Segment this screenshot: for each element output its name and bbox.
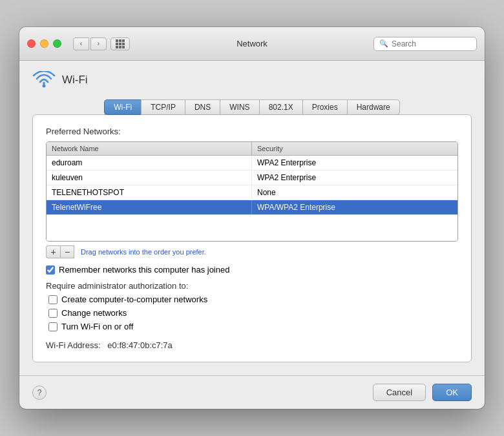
- network-name-telenetwifree: TelenetWiFree: [47, 200, 252, 214]
- empty-rows: [47, 215, 457, 241]
- add-network-button[interactable]: +: [46, 245, 60, 258]
- auth-label-2: Change networks: [61, 308, 127, 318]
- col-network-name: Network Name: [47, 142, 252, 155]
- wifi-address-value: e0:f8:47:0b:c7:7a: [107, 340, 172, 350]
- action-buttons: Cancel OK: [373, 384, 472, 401]
- tab-wins[interactable]: WINS: [220, 99, 258, 115]
- tabs-container: Wi-Fi TCP/IP DNS WINS 802.1X Proxies Har…: [32, 99, 472, 115]
- auth-label: Require administrator authorization to:: [46, 281, 458, 291]
- tabs: Wi-Fi TCP/IP DNS WINS 802.1X Proxies Har…: [104, 99, 399, 115]
- wifi-panel: Preferred Networks: Network Name Securit…: [32, 114, 472, 362]
- tab-tcpip[interactable]: TCP/IP: [141, 99, 185, 115]
- svg-point-0: [43, 85, 46, 88]
- maximize-button[interactable]: [53, 39, 61, 48]
- col-security: Security: [252, 142, 457, 155]
- window-title: Network: [236, 39, 268, 48]
- tab-8021x[interactable]: 802.1X: [259, 99, 302, 115]
- content-area: Wi-Fi Wi-Fi TCP/IP DNS WINS 802.1X Proxi…: [19, 61, 485, 375]
- wifi-address-label: Wi-Fi Address:: [46, 340, 101, 350]
- auth-checkbox-2[interactable]: [48, 309, 58, 318]
- security-telenethotspot: None: [252, 185, 457, 200]
- auth-checkbox-row-2[interactable]: Change networks: [48, 308, 458, 318]
- network-table: Network Name Security eduroam WPA2 Enter…: [46, 141, 458, 242]
- auth-checkbox-3[interactable]: [48, 322, 58, 331]
- tab-dns[interactable]: DNS: [185, 99, 220, 115]
- titlebar: ‹ › Network 🔍: [19, 27, 485, 61]
- help-button[interactable]: ?: [32, 386, 47, 400]
- table-actions: + − Drag networks into the order you pre…: [46, 245, 458, 258]
- wifi-address: Wi-Fi Address: e0:f8:47:0b:c7:7a: [46, 340, 458, 350]
- search-input[interactable]: [392, 39, 471, 48]
- table-row-selected[interactable]: TelenetWiFree WPA/WPA2 Enterprise: [47, 200, 457, 215]
- remember-checkbox-row[interactable]: Remember networks this computer has join…: [46, 265, 458, 275]
- remove-network-button[interactable]: −: [60, 245, 74, 258]
- network-name-telenethotspot: TELENETHOTSPOT: [47, 185, 252, 200]
- security-kuleuven: WPA2 Enterprise: [252, 171, 457, 185]
- remember-label: Remember networks this computer has join…: [59, 265, 229, 275]
- minimize-button[interactable]: [40, 39, 48, 48]
- cancel-button[interactable]: Cancel: [373, 384, 426, 401]
- auth-checkbox-row-1[interactable]: Create computer-to-computer networks: [48, 295, 458, 304]
- nav-buttons: ‹ ›: [73, 37, 107, 50]
- preferred-label: Preferred Networks:: [46, 127, 458, 136]
- search-icon: 🔍: [379, 39, 388, 48]
- security-telenetwifree: WPA/WPA2 Enterprise: [252, 200, 457, 214]
- security-eduroam: WPA2 Enterprise: [252, 156, 457, 170]
- table-header: Network Name Security: [47, 142, 457, 156]
- table-row[interactable]: TELENETHOTSPOT None: [47, 185, 457, 200]
- tab-hardware[interactable]: Hardware: [347, 99, 400, 115]
- wifi-icon: [32, 71, 56, 89]
- network-window: ‹ › Network 🔍 Wi-Fi: [19, 27, 485, 409]
- auth-label-1: Create computer-to-computer networks: [61, 295, 207, 304]
- grid-button[interactable]: [110, 37, 130, 50]
- bottom-bar: ? Cancel OK: [19, 375, 485, 409]
- network-name-kuleuven: kuleuven: [47, 171, 252, 185]
- auth-checkbox-row-3[interactable]: Turn Wi-Fi on or off: [48, 322, 458, 331]
- table-row[interactable]: eduroam WPA2 Enterprise: [47, 156, 457, 171]
- forward-button[interactable]: ›: [90, 37, 107, 50]
- tab-wifi[interactable]: Wi-Fi: [104, 99, 141, 115]
- traffic-lights: [27, 39, 61, 48]
- table-row[interactable]: kuleuven WPA2 Enterprise: [47, 171, 457, 185]
- tab-proxies[interactable]: Proxies: [302, 99, 347, 115]
- grid-icon: [116, 39, 125, 48]
- section-header: Wi-Fi: [32, 71, 472, 89]
- back-button[interactable]: ‹: [73, 37, 89, 50]
- auth-label-3: Turn Wi-Fi on or off: [61, 322, 133, 331]
- remember-checkbox[interactable]: [46, 265, 55, 275]
- network-name-eduroam: eduroam: [47, 156, 252, 170]
- section-title: Wi-Fi: [62, 74, 88, 87]
- search-box[interactable]: 🔍: [373, 37, 477, 51]
- table-body: eduroam WPA2 Enterprise kuleuven WPA2 En…: [47, 156, 457, 241]
- close-button[interactable]: [27, 39, 36, 48]
- auth-checkbox-1[interactable]: [48, 295, 58, 304]
- drag-hint: Drag networks into the order you prefer.: [81, 248, 206, 256]
- ok-button[interactable]: OK: [432, 384, 472, 401]
